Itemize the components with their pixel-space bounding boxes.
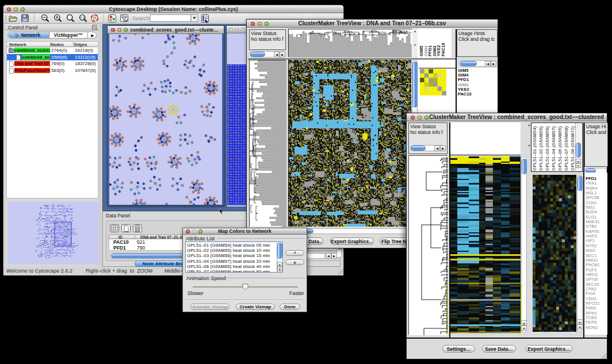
svg-text:1:1: 1:1: [81, 16, 85, 19]
svg-text:Search:: Search:: [132, 15, 151, 21]
